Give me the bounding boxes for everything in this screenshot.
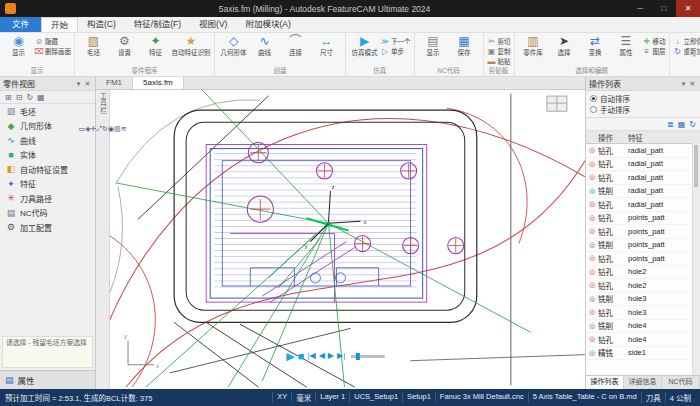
- sim-next-button[interactable]: ≫ 下一个: [380, 36, 411, 46]
- tree-item[interactable]: ▤ NC代码: [0, 206, 95, 221]
- tree-item[interactable]: ✳ 刀具路径: [0, 191, 95, 206]
- ops-panel-menu-icon[interactable]: ▾: [679, 80, 688, 88]
- panel-close-icon[interactable]: ✕: [83, 80, 92, 88]
- tree-item[interactable]: ∿ 曲线: [0, 133, 95, 148]
- tree-item[interactable]: ⚙ 加工配置: [0, 220, 95, 235]
- status-field[interactable]: XY: [272, 392, 291, 403]
- file-menu-button[interactable]: 文件: [0, 17, 41, 32]
- status-field[interactable]: 毫米: [291, 392, 315, 403]
- drawing-area[interactable]: x z y x y: [110, 90, 585, 389]
- part-view-tool-icon[interactable]: ▦: [37, 93, 45, 102]
- setup-button[interactable]: ⚙ 设置: [109, 34, 140, 56]
- tab-op-list[interactable]: 操作列表: [586, 376, 624, 389]
- playback-to-start-button[interactable]: |◀: [307, 351, 315, 361]
- operation-row[interactable]: ◎ 铣削 hole4: [586, 320, 700, 334]
- close-button[interactable]: ✕: [676, 0, 700, 17]
- doc-tab-5axis[interactable]: 5axis.fm: [133, 77, 184, 89]
- playback-speed-slider[interactable]: [351, 355, 385, 358]
- tab-details[interactable]: 详细信息: [624, 376, 662, 389]
- viewport-layout-icon[interactable]: [547, 96, 567, 111]
- status-field[interactable]: Layer 1: [315, 392, 349, 403]
- nc-show-button[interactable]: ▤ 显示: [418, 34, 449, 56]
- status-field[interactable]: Fanuc 3x Mill Default.cnc: [435, 392, 528, 403]
- collapse-ribbon-icon[interactable]: ⌃: [691, 54, 697, 62]
- tree-item[interactable]: ■ 实体: [0, 148, 95, 163]
- playback-step-back-button[interactable]: ◀: [319, 351, 325, 361]
- select-button[interactable]: ➤ 选择: [549, 34, 580, 56]
- operation-row[interactable]: ◎ 钻孔 radial_patt: [586, 198, 700, 212]
- copy-button[interactable]: ▣ 复制: [487, 46, 511, 56]
- feature-button[interactable]: ✦ 特征: [140, 34, 171, 56]
- operation-row[interactable]: ◎ 钻孔 points_patt: [586, 252, 700, 266]
- save-now-button[interactable]: ↓ 立即保存: [673, 36, 700, 46]
- transform-button[interactable]: ⇄ 变换: [580, 34, 611, 56]
- stock-button[interactable]: ▧ 毛坯: [78, 34, 109, 56]
- operation-row[interactable]: ◎ 铣削 hole3: [586, 293, 700, 307]
- operation-row[interactable]: ◎ 钻孔 hole2: [586, 266, 700, 280]
- operations-tool-icon[interactable]: ▦: [678, 120, 686, 129]
- properties-ribbon-button[interactable]: ☰ 属性: [611, 34, 642, 56]
- operation-row[interactable]: ◎ 钻孔 radial_patt: [586, 144, 700, 158]
- operation-row[interactable]: ◎ 钻孔 radial_patt: [586, 158, 700, 172]
- tab-construct[interactable]: 构造(C): [78, 17, 125, 32]
- operation-row[interactable]: ◎ 钻孔 hole2: [586, 279, 700, 293]
- tab-nc-code[interactable]: NC代码: [662, 376, 700, 389]
- properties-button[interactable]: ▤ 属性: [0, 370, 95, 389]
- dimension-button[interactable]: ↔ 尺寸: [311, 34, 342, 56]
- status-field[interactable]: 刀具: [641, 392, 665, 403]
- clear-screen-button[interactable]: ⌧ 删除画面: [34, 46, 71, 56]
- status-field[interactable]: 5 Axis Table_Table - C on B.md: [528, 392, 641, 403]
- operations-tool-icon[interactable]: ↻: [689, 120, 696, 129]
- operation-row[interactable]: ◎ 钻孔 radial_patt: [586, 171, 700, 185]
- tab-feature-manufacture[interactable]: 特征/制造(F): [125, 17, 190, 32]
- scrollbar-thumb[interactable]: [694, 145, 698, 187]
- nc-save-button[interactable]: ▦ 保存: [449, 34, 480, 56]
- auto-sort-radio[interactable]: 自动排序: [590, 93, 696, 104]
- operation-row[interactable]: ◎ 钻孔 hole3: [586, 306, 700, 320]
- playback-stop-button[interactable]: ■: [298, 351, 305, 361]
- geometry-button[interactable]: ◇ 几何形体: [218, 34, 249, 56]
- part-view-tool-icon[interactable]: ⊟: [16, 93, 23, 102]
- manual-sort-radio[interactable]: 手动排序: [590, 104, 696, 115]
- hide-button[interactable]: ⊘ 隐藏: [34, 36, 71, 46]
- part-view-tool-icon[interactable]: ↻: [26, 93, 33, 102]
- playback-play-button[interactable]: ▶: [286, 351, 294, 361]
- operation-row[interactable]: ◎ 铣削 radial_patt: [586, 185, 700, 199]
- tree-item[interactable]: ✦ 特征: [0, 177, 95, 192]
- part-library-button[interactable]: ▥ 零件库: [518, 34, 549, 56]
- slider-thumb[interactable]: [356, 353, 360, 360]
- simulation-mode-button[interactable]: ▶ 仿真模式: [349, 34, 380, 56]
- move-button[interactable]: ✛ 移动: [642, 36, 666, 46]
- layers-button[interactable]: ≡ 图层: [642, 46, 666, 56]
- operation-row[interactable]: ◎ 钻孔 points_patt: [586, 212, 700, 226]
- join-button[interactable]: ⌒ 连接: [280, 34, 311, 56]
- part-view-tool-icon[interactable]: ⊞: [5, 93, 12, 102]
- tab-view[interactable]: 视图(V): [190, 17, 236, 32]
- curve-button[interactable]: ∿ 曲线: [249, 34, 280, 56]
- operations-scrollbar[interactable]: [692, 143, 700, 375]
- tab-addins[interactable]: 附加模块(A): [236, 17, 299, 32]
- tab-home[interactable]: 开始: [41, 17, 78, 32]
- status-field[interactable]: Setup1: [402, 392, 435, 403]
- paste-button[interactable]: ▬ 粘贴: [487, 56, 511, 66]
- maximize-button[interactable]: □: [652, 0, 676, 17]
- operation-row[interactable]: ◎ 精铣 side1: [586, 347, 700, 361]
- auto-feature-recognition-button[interactable]: ★ 自动特征识别: [171, 34, 211, 56]
- operation-row[interactable]: ◎ 铣削 points_patt: [586, 239, 700, 253]
- playback-step-forward-button[interactable]: ▶: [328, 351, 334, 361]
- cut-button[interactable]: ✂ 剪切: [487, 36, 511, 46]
- operations-tool-icon[interactable]: ≣: [667, 120, 674, 129]
- sim-step-button[interactable]: ▷ 单步: [380, 46, 411, 56]
- show-button[interactable]: ◉ 显示: [3, 34, 34, 56]
- ops-panel-close-icon[interactable]: ✕: [688, 80, 697, 88]
- cad-drawing[interactable]: x z y x y: [110, 90, 585, 389]
- minimize-button[interactable]: ─: [628, 0, 652, 17]
- doc-tab-fm1[interactable]: FM1: [96, 77, 133, 89]
- operation-row[interactable]: ◎ 钻孔 points_patt: [586, 225, 700, 239]
- status-field[interactable]: 4 公制: [665, 392, 695, 403]
- panel-menu-icon[interactable]: ▾: [74, 80, 83, 88]
- status-field[interactable]: UCS_Setup1: [349, 392, 402, 403]
- playback-to-end-button[interactable]: ▶|: [337, 351, 345, 361]
- tree-item[interactable]: ◧ 自动特征设置: [0, 162, 95, 177]
- operation-row[interactable]: ◎ 钻孔 hole4: [586, 333, 700, 347]
